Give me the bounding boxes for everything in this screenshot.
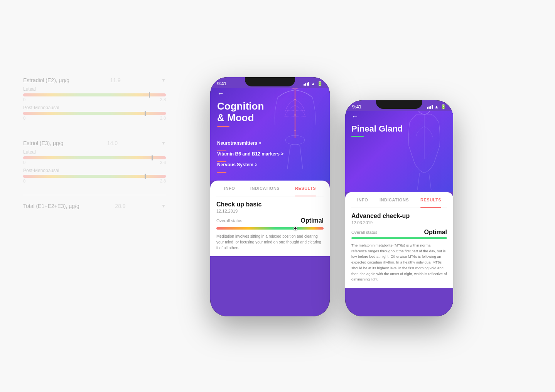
phone-left-screen: 9:41 ▲ 🔋 xyxy=(210,77,330,316)
phone-right-screen: 9:41 ▲ 🔋 xyxy=(345,100,453,316)
phone-right-header: ← Pineal Gland xyxy=(345,111,453,139)
signal-bars-left xyxy=(304,82,309,86)
card-title-right: Advanced check-up xyxy=(351,213,447,220)
status-row-left: Overall status Optimal xyxy=(216,217,324,224)
status-icons-left: ▲ 🔋 xyxy=(304,81,323,86)
tab-info-left[interactable]: INFO xyxy=(224,186,235,193)
time-right: 9:41 xyxy=(352,104,361,110)
green-status-bar-right xyxy=(351,237,447,239)
status-row-right: Overall status Optimal xyxy=(351,229,447,236)
title-underline-left xyxy=(217,126,229,127)
tab-indications-right[interactable]: INDICATIONS xyxy=(380,198,409,204)
phone-right: 9:41 ▲ 🔋 xyxy=(345,100,453,316)
signal-bars-right xyxy=(427,105,433,109)
hero-right: ← Pineal Gland xyxy=(345,111,453,192)
bg-total-label: Total (E1+E2+E3), µg/g 28.9 ▼ xyxy=(23,203,166,209)
bg-estradiol-postmeno-bar xyxy=(23,112,166,115)
card-description-left: Meditation involves sitting in a relaxed… xyxy=(216,233,324,251)
phones-container: 9:41 ▲ 🔋 xyxy=(154,23,509,370)
bottom-card-left: INFO INDICATIONS RESULTS Check up basic … xyxy=(210,181,330,256)
bg-bar-marker-2 xyxy=(145,111,146,116)
title-underline-right xyxy=(351,136,364,137)
phone-left-header: ← Cognition & Mood xyxy=(210,88,330,129)
progress-bar-left xyxy=(216,227,324,230)
bottom-card-right: INFO INDICATIONS RESULTS Advanced check-… xyxy=(345,192,453,288)
hero-link-1[interactable]: Neurotransmitters > xyxy=(217,140,283,151)
bg-bar-marker-4 xyxy=(145,174,146,179)
card-date-left: 12.12.2019 xyxy=(216,209,324,213)
card-title-left: Check up basic xyxy=(216,201,324,208)
bg-estradiol-label: Estradiol (E2), µg/g 11.9 ▼ xyxy=(23,77,166,83)
progress-dot-left xyxy=(294,226,297,230)
svg-point-9 xyxy=(294,130,296,131)
svg-line-13 xyxy=(417,173,420,190)
bg-estriol-postmeno-bar xyxy=(23,175,166,178)
svg-line-5 xyxy=(300,145,303,169)
bg-estriol-label: Estriol (E3), µg/g 14.0 ▼ xyxy=(23,140,166,146)
bg-bar-marker-3 xyxy=(152,155,153,161)
tab-indications-left[interactable]: INDICATIONS xyxy=(250,186,280,193)
time-left: 9:41 xyxy=(217,81,226,86)
tab-results-left[interactable]: RESULTS xyxy=(295,186,316,193)
phone-right-title: Pineal Gland xyxy=(351,124,447,133)
back-arrow-right[interactable]: ← xyxy=(351,113,447,121)
description-right: The melatonin metabolite (MT6s) is withi… xyxy=(351,243,447,282)
bg-bar-marker xyxy=(149,92,150,98)
phone-left-notch xyxy=(245,77,295,86)
phone-left-title: Cognition & Mood xyxy=(217,101,323,124)
tabs-right: INFO INDICATIONS RESULTS xyxy=(351,198,447,208)
bg-estradiol-luteal-bar xyxy=(23,93,166,96)
card-date-right: 12.03.2019 xyxy=(351,220,447,225)
tabs-left: INFO INDICATIONS RESULTS xyxy=(216,186,324,196)
hero-link-3[interactable]: Nervous System > xyxy=(217,162,283,173)
bg-estradiol-section: Estradiol (E2), µg/g 11.9 ▼ Luteal 0 2.8… xyxy=(23,77,166,120)
bg-total-section: Total (E1+E2+E3), µg/g 28.9 ▼ xyxy=(23,203,166,209)
bg-estriol-luteal-bar xyxy=(23,156,166,159)
svg-line-4 xyxy=(287,145,290,169)
bg-divider-1 xyxy=(23,132,166,132)
phone-left: 9:41 ▲ 🔋 xyxy=(210,77,330,316)
back-arrow-left[interactable]: ← xyxy=(217,90,323,98)
hero-links-left: Neurotransmitters > Vitamin B6 and B12 m… xyxy=(217,140,283,173)
tab-info-right[interactable]: INFO xyxy=(357,198,368,204)
status-icons-right: ▲ 🔋 xyxy=(427,104,446,110)
bg-estriol-section: Estriol (E3), µg/g 14.0 ▼ Luteal 0 2.6 P… xyxy=(23,140,166,183)
hero-left: ← Cognition & Mood Neurotransmitters > V… xyxy=(210,88,330,181)
bg-divider-2 xyxy=(23,195,166,195)
hero-link-2[interactable]: Vitamin B6 and B12 markers > xyxy=(217,151,283,162)
svg-line-14 xyxy=(429,173,431,190)
phone-right-notch xyxy=(376,100,422,109)
tab-results-right[interactable]: RESULTS xyxy=(420,198,441,204)
